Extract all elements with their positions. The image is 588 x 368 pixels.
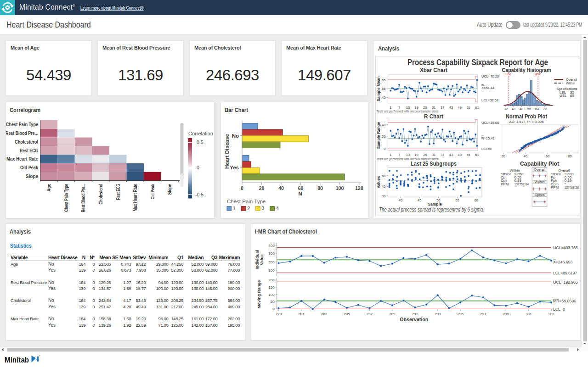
svg-text:40: 40	[278, 185, 284, 191]
svg-text:1: 1	[233, 206, 236, 211]
svg-text:Xbar Chart: Xbar Chart	[420, 67, 447, 73]
svg-text:Heart Disease: Heart Disease	[224, 134, 230, 169]
svg-text:1: 1	[390, 153, 391, 157]
svg-text:0: 0	[197, 165, 199, 170]
svg-text:283: 283	[321, 312, 328, 316]
svg-text:20: 20	[501, 154, 505, 158]
svg-text:No: No	[232, 133, 239, 139]
svg-text:287: 287	[367, 312, 373, 316]
svg-text:Max Heart Rate: Max Heart Rate	[6, 156, 38, 162]
svg-text:UCL=39.66: UCL=39.66	[481, 121, 499, 125]
svg-text:32: 32	[504, 107, 508, 111]
svg-text:100: 100	[268, 268, 275, 273]
svg-text:N: N	[299, 191, 302, 196]
svg-text:60: 60	[382, 174, 385, 178]
svg-text:100: 100	[268, 293, 275, 297]
svg-text:Specs: Specs	[534, 193, 544, 197]
svg-text:13: 13	[406, 153, 410, 157]
svg-text:Correlation: Correlation	[188, 131, 213, 136]
svg-text:X=246.693: X=246.693	[553, 260, 572, 264]
svg-text:LCL=38.68: LCL=38.68	[481, 98, 498, 102]
svg-text:2: 2	[247, 206, 250, 211]
svg-text:7: 7	[398, 153, 400, 157]
svg-text:Max Heart Rate: Max Heart Rate	[132, 184, 138, 212]
svg-text:60: 60	[298, 185, 304, 191]
svg-text:61: 61	[475, 106, 479, 110]
svg-text:80: 80	[568, 154, 571, 158]
svg-text:137752.64: 137752.64	[514, 182, 529, 186]
svg-text:279: 279	[276, 312, 282, 316]
svg-text:60: 60	[474, 198, 478, 202]
svg-text:30: 30	[382, 194, 385, 198]
svg-text:Moving Range: Moving Range	[257, 280, 261, 309]
svg-text:0.5: 0.5	[197, 139, 204, 145]
svg-text:Old Peak: Old Peak	[150, 184, 155, 200]
svg-text:Capability Plot: Capability Plot	[520, 161, 559, 167]
svg-text:Sample Range: Sample Range	[376, 122, 381, 149]
svg-text:0: 0	[241, 185, 243, 191]
svg-text:100: 100	[336, 185, 344, 191]
svg-text:PPM: PPM	[551, 185, 559, 190]
svg-text:49: 49	[458, 106, 462, 110]
svg-text:X=54.44: X=54.44	[481, 86, 494, 90]
svg-text:300: 300	[268, 251, 275, 256]
svg-text:UCL=192.965: UCL=192.965	[553, 280, 578, 284]
svg-text:50: 50	[271, 300, 275, 304]
svg-text:55: 55	[466, 153, 470, 157]
svg-text:R Chart: R Chart	[424, 113, 443, 120]
svg-text:UCL=70.20: UCL=70.20	[481, 74, 499, 78]
svg-text:55: 55	[455, 198, 459, 202]
svg-text:20: 20	[382, 134, 385, 139]
svg-text:19: 19	[415, 153, 418, 157]
svg-text:285: 285	[344, 312, 350, 316]
svg-text:4: 4	[276, 206, 279, 211]
svg-text:Age: Age	[46, 184, 51, 192]
svg-text:Chest Pain Type: Chest Pain Type	[6, 122, 38, 127]
svg-text:LCL=89.6197: LCL=89.6197	[553, 271, 577, 275]
svg-text:Value: Value	[260, 254, 264, 265]
svg-text:Sample Mean: Sample Mean	[376, 77, 381, 101]
svg-text:55: 55	[382, 87, 385, 91]
svg-text:AD: 1.517, P: < 0.005: AD: 1.517, P: < 0.005	[509, 120, 544, 124]
svg-text:40: 40	[399, 198, 402, 202]
svg-text:PPM: PPM	[501, 182, 509, 186]
svg-text:R=15.41: R=15.41	[481, 136, 495, 140]
svg-text:Tests are performed with unequ: Tests are performed with unequal sample …	[376, 157, 439, 161]
svg-text:297: 297	[480, 312, 486, 316]
svg-text:45: 45	[418, 198, 421, 202]
svg-text:65: 65	[570, 94, 574, 98]
svg-text:37: 37	[441, 106, 444, 110]
svg-text:120: 120	[355, 185, 363, 191]
svg-text:40: 40	[382, 123, 385, 127]
svg-text:295: 295	[458, 312, 464, 316]
svg-text:72: 72	[543, 107, 547, 111]
svg-text:Rest Blood Pre...: Rest Blood Pre...	[6, 130, 38, 136]
svg-text:55: 55	[466, 106, 470, 110]
svg-text:31: 31	[432, 153, 435, 157]
svg-text:60: 60	[546, 154, 549, 158]
svg-text:291: 291	[412, 312, 418, 316]
svg-text:43: 43	[449, 153, 453, 157]
svg-text:Normal Prob Plot: Normal Prob Plot	[506, 113, 547, 120]
svg-text:UCL=403.766: UCL=403.766	[553, 245, 578, 250]
svg-text:Observation: Observation	[400, 317, 428, 322]
svg-text:The actual process spread is r: The actual process spread is represented…	[379, 206, 484, 213]
svg-text:299: 299	[503, 312, 509, 316]
svg-text:Rest ECG: Rest ECG	[20, 148, 38, 153]
svg-text:Cholesterol: Cholesterol	[98, 184, 103, 205]
svg-text:LCL=0: LCL=0	[481, 147, 492, 151]
svg-text:56: 56	[527, 107, 531, 111]
svg-text:303: 303	[548, 312, 554, 316]
svg-text:Slope: Slope	[26, 173, 38, 179]
svg-text:0: 0	[384, 147, 385, 151]
svg-text:293: 293	[435, 312, 441, 316]
svg-text:Values: Values	[376, 176, 381, 188]
svg-text:61: 61	[475, 153, 479, 157]
svg-text:40: 40	[524, 154, 527, 158]
svg-text:Process Capability Sixpack Rep: Process Capability Sixpack Report for Ag…	[407, 57, 548, 67]
svg-text:Cholesterol: Cholesterol	[15, 139, 38, 145]
svg-text:Overall: Overall	[534, 167, 546, 172]
svg-text:20: 20	[259, 185, 265, 191]
svg-text:49: 49	[458, 153, 462, 157]
svg-text:150: 150	[268, 285, 275, 290]
